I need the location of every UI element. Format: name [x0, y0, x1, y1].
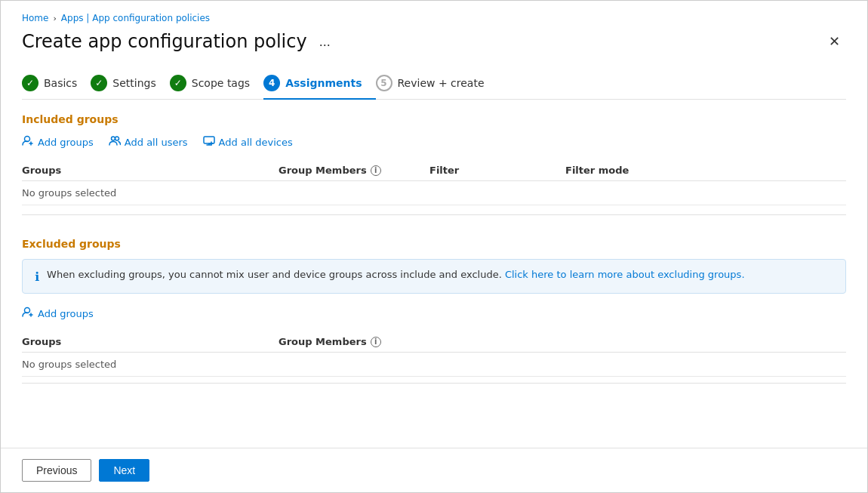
step-assignments-label: Assignments [285, 77, 362, 89]
excluded-add-groups-icon [22, 306, 34, 321]
breadcrumb: Home › Apps | App configuration policies [22, 13, 846, 23]
col-groups-ex: Groups [22, 336, 279, 347]
step-scope-tags-icon: ✓ [170, 75, 186, 91]
step-review-create-label: Review + create [398, 77, 485, 89]
svg-rect-3 [204, 137, 214, 143]
col-groups: Groups [22, 165, 279, 176]
included-table-header: Groups Group Members i Filter Filter mod… [22, 160, 846, 181]
add-all-users-link[interactable]: Add all users [109, 134, 188, 149]
step-review-create-icon: 5 [376, 75, 392, 91]
included-no-groups: No groups selected [22, 187, 279, 199]
add-all-users-label: Add all users [125, 137, 188, 148]
col-group-members: Group Members i [279, 165, 429, 176]
previous-button[interactable]: Previous [22, 459, 91, 482]
group-members-ex-info-icon[interactable]: i [371, 337, 381, 347]
group-members-info-icon[interactable]: i [371, 165, 381, 176]
section-divider [22, 214, 846, 215]
excluded-table-header: Groups Group Members i [22, 331, 846, 353]
breadcrumb-sep1: › [53, 14, 56, 23]
ellipsis-button[interactable]: ... [315, 32, 335, 51]
info-banner-icon: ℹ [35, 270, 39, 284]
col-filter-mode: Filter mode [565, 165, 701, 176]
footer: Previous Next [1, 448, 867, 492]
breadcrumb-home[interactable]: Home [22, 13, 48, 23]
add-all-devices-icon [203, 134, 215, 149]
col-filter: Filter [429, 165, 565, 176]
included-groups-section: Included groups Add groups [22, 113, 846, 205]
step-assignments[interactable]: 4 Assignments [263, 67, 375, 99]
step-basics-label: Basics [44, 77, 77, 89]
excluded-no-groups: No groups selected [22, 359, 279, 370]
step-scope-tags[interactable]: ✓ Scope tags [170, 67, 263, 99]
page-title: Create app configuration policy [22, 31, 307, 52]
next-button[interactable]: Next [99, 459, 149, 482]
add-all-devices-link[interactable]: Add all devices [203, 134, 293, 149]
step-basics-icon: ✓ [22, 75, 38, 91]
steps-nav: ✓ Basics ✓ Settings ✓ Scope tags 4 Assig… [22, 67, 846, 100]
main-window: Home › Apps | App configuration policies… [0, 0, 868, 493]
svg-point-2 [115, 137, 119, 140]
step-settings-icon: ✓ [91, 75, 107, 91]
included-groups-title: Included groups [22, 113, 846, 125]
included-empty-row: No groups selected [22, 181, 846, 205]
included-groups-actions: Add groups Add all users [22, 134, 846, 149]
info-banner: ℹ When excluding groups, you cannot mix … [22, 259, 846, 294]
add-groups-label: Add groups [38, 137, 94, 148]
col-group-members-ex: Group Members i [279, 336, 429, 347]
close-button[interactable]: ✕ [823, 32, 846, 51]
excluded-groups-section: Excluded groups ℹ When excluding groups,… [22, 238, 846, 384]
step-settings[interactable]: ✓ Settings [91, 67, 169, 99]
excluded-add-groups-link[interactable]: Add groups [22, 306, 94, 321]
add-groups-icon [22, 134, 34, 149]
add-groups-link[interactable]: Add groups [22, 134, 94, 149]
excluded-empty-row: No groups selected [22, 353, 846, 377]
info-banner-link[interactable]: Click here to learn more about excluding… [505, 269, 745, 280]
bottom-divider [22, 383, 846, 384]
excluded-groups-title: Excluded groups [22, 238, 846, 250]
add-all-devices-label: Add all devices [219, 137, 293, 148]
step-basics[interactable]: ✓ Basics [22, 67, 91, 99]
step-scope-tags-label: Scope tags [192, 77, 250, 89]
step-settings-label: Settings [112, 77, 155, 89]
breadcrumb-apps[interactable]: Apps | App configuration policies [61, 13, 210, 23]
page-title-row: Create app configuration policy ... [22, 31, 335, 52]
add-all-users-icon [109, 134, 121, 149]
step-review-create[interactable]: 5 Review + create [376, 67, 498, 99]
step-assignments-icon: 4 [263, 75, 280, 91]
excluded-add-groups-row: Add groups [22, 306, 846, 321]
excluded-add-groups-label: Add groups [38, 308, 94, 319]
info-banner-text: When excluding groups, you cannot mix us… [47, 269, 744, 280]
page-header: Create app configuration policy ... ✕ [22, 31, 846, 52]
